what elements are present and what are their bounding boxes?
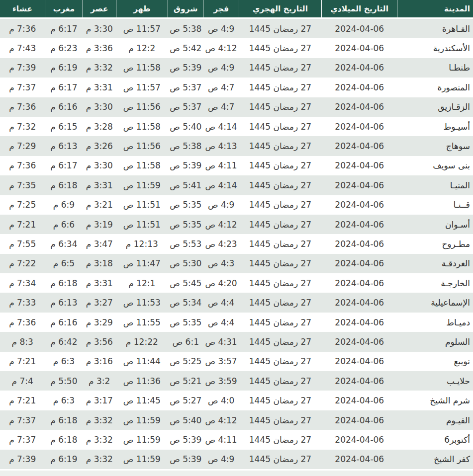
cell-fajr: 4:0 ص: [203, 391, 239, 410]
cell-isha: 7:55 م: [0, 234, 45, 253]
table-row: الفيـوم2024-04-0627 رمضان 14454:12 ص5:40…: [0, 410, 473, 430]
cell-city: سوهاج: [397, 136, 473, 156]
cell-isha: 7:21 م: [0, 215, 45, 234]
table-row: المنيـا2024-04-0627 رمضان 14454:14 ص5:41…: [0, 175, 473, 195]
cell-asr: 3:36 م: [83, 38, 116, 58]
table-row: كفر الشيخ2024-04-0627 رمضان 14454:9 ص5:3…: [0, 450, 473, 469]
cell-hijri-date: 27 رمضان 1445: [239, 313, 321, 332]
cell-isha: 7:4 م: [0, 371, 45, 391]
cell-city: السلوم: [397, 332, 473, 351]
cell-isha: 7:22 م: [0, 254, 45, 273]
cell-asr: 3:56 م: [83, 332, 116, 351]
cell-isha: 7:37 م: [0, 430, 45, 449]
table-body: القـاهرة2024-04-0627 رمضان 14454:9 ص5:38…: [0, 18, 473, 469]
cell-asr: 3:2 م: [83, 371, 116, 391]
cell-maghrib: 6:15 م: [45, 117, 83, 136]
cell-dhuhr: 11:51 ص: [116, 195, 168, 215]
cell-isha: 7:37 م: [0, 410, 45, 430]
table-row: طنطـا2024-04-0627 رمضان 14454:9 ص5:39 ص1…: [0, 58, 473, 78]
bottom-strip: [0, 471, 473, 476]
cell-maghrib: 6:6 م: [45, 215, 83, 234]
cell-city: القـاهرة: [397, 18, 473, 39]
table-row: السلوم2024-04-0627 رمضان 14454:31 ص6:1 ص…: [0, 332, 473, 351]
cell-isha: 7:36 م: [0, 313, 45, 332]
col-header-hijri-date: التاريخ الهجري: [239, 0, 321, 18]
cell-fajr: 4:9 ص: [203, 18, 239, 39]
cell-gregorian-date: 2024-04-06: [322, 97, 397, 117]
table-row: دميـاط2024-04-0627 رمضان 14454:4 ص5:35 ص…: [0, 313, 473, 332]
col-header-city: المدينة: [397, 0, 473, 18]
cell-maghrib: 6:9 م: [45, 195, 83, 215]
cell-isha: 7:36 م: [0, 156, 45, 175]
cell-sunrise: 5:39 ص: [168, 156, 203, 175]
cell-sunrise: 5:30 ص: [168, 254, 203, 273]
cell-asr: 3:30 م: [83, 97, 116, 117]
table-row: الزقـازيق2024-04-0627 رمضان 14454:7 ص5:3…: [0, 97, 473, 117]
cell-dhuhr: 12:1 م: [116, 273, 168, 293]
cell-dhuhr: 11:44 ص: [116, 352, 168, 371]
cell-hijri-date: 27 رمضان 1445: [239, 293, 321, 312]
cell-isha: 7:21 م: [0, 391, 45, 410]
cell-hijri-date: 27 رمضان 1445: [239, 450, 321, 469]
cell-sunrise: 5:41 ص: [168, 175, 203, 195]
cell-asr: 3:19 م: [83, 215, 116, 234]
table-row: قــنـا2024-04-0627 رمضان 14454:9 ص5:35 ص…: [0, 195, 473, 215]
cell-hijri-date: 27 رمضان 1445: [239, 136, 321, 156]
cell-asr: 3:47 م: [83, 234, 116, 253]
cell-sunrise: 5:27 ص: [168, 391, 203, 410]
col-header-maghrib: مغرب: [45, 0, 83, 18]
cell-city: قــنـا: [397, 195, 473, 215]
cell-gregorian-date: 2024-04-06: [322, 215, 397, 234]
cell-asr: 3:30 م: [83, 156, 116, 175]
cell-dhuhr: 11:59 ص: [116, 430, 168, 449]
cell-fajr: 4:23 ص: [203, 234, 239, 253]
cell-dhuhr: 11:55 ص: [116, 313, 168, 332]
cell-city: مطـروح: [397, 234, 473, 253]
cell-city: الزقـازيق: [397, 97, 473, 117]
cell-fajr: 4:7 ص: [203, 78, 239, 97]
col-header-isha: عشاء: [0, 0, 45, 18]
cell-isha: 7:37 م: [0, 78, 45, 97]
cell-isha: 7:39 م: [0, 450, 45, 469]
cell-gregorian-date: 2024-04-06: [322, 175, 397, 195]
cell-city: الإسماعيلية: [397, 293, 473, 312]
cell-asr: 3:32 م: [83, 58, 116, 78]
cell-gregorian-date: 2024-04-06: [322, 234, 397, 253]
cell-gregorian-date: 2024-04-06: [322, 78, 397, 97]
col-header-gregorian-date: التاريخ الميلادي: [322, 0, 397, 18]
cell-maghrib: 6:34 م: [45, 234, 83, 253]
cell-dhuhr: 11:47 ص: [116, 254, 168, 273]
table-row: الغردقـة2024-04-0627 رمضان 14454:3 ص5:30…: [0, 254, 473, 273]
cell-hijri-date: 27 رمضان 1445: [239, 332, 321, 351]
cell-maghrib: 6:23 م: [45, 38, 83, 58]
table-row: المنصورة2024-04-0627 رمضان 14454:7 ص5:37…: [0, 78, 473, 97]
cell-gregorian-date: 2024-04-06: [322, 332, 397, 351]
cell-dhuhr: 11:56 ص: [116, 136, 168, 156]
cell-city: المنيـا: [397, 175, 473, 195]
cell-maghrib: 6:3 م: [45, 391, 83, 410]
table-row: القـاهرة2024-04-0627 رمضان 14454:9 ص5:38…: [0, 18, 473, 39]
cell-dhuhr: 11:53 ص: [116, 293, 168, 312]
cell-dhuhr: 11:45 ص: [116, 391, 168, 410]
table-row: الإسماعيلية2024-04-0627 رمضان 14454:4 ص5…: [0, 293, 473, 312]
cell-city: أكتوبر6: [397, 430, 473, 449]
cell-fajr: 3:59 ص: [203, 371, 239, 391]
cell-dhuhr: 11:51 ص: [116, 215, 168, 234]
cell-gregorian-date: 2024-04-06: [322, 38, 397, 58]
cell-sunrise: 5:25 ص: [168, 352, 203, 371]
cell-maghrib: 6:3 م: [45, 352, 83, 371]
cell-isha: 7:29 م: [0, 136, 45, 156]
cell-gregorian-date: 2024-04-06: [322, 430, 397, 449]
cell-city: نويبع: [397, 352, 473, 371]
cell-fajr: 4:12 ص: [203, 38, 239, 58]
cell-asr: 3:26 م: [83, 136, 116, 156]
cell-gregorian-date: 2024-04-06: [322, 195, 397, 215]
cell-asr: 3:21 م: [83, 195, 116, 215]
cell-sunrise: 5:38 ص: [168, 18, 203, 39]
header-row: المدينةالتاريخ الميلاديالتاريخ الهجريفجر…: [0, 0, 473, 18]
cell-maghrib: 6:19 م: [45, 58, 83, 78]
cell-city: المنصورة: [397, 78, 473, 97]
cell-gregorian-date: 2024-04-06: [322, 136, 397, 156]
cell-asr: 3:32 م: [83, 410, 116, 430]
cell-dhuhr: 11:36 ص: [116, 371, 168, 391]
